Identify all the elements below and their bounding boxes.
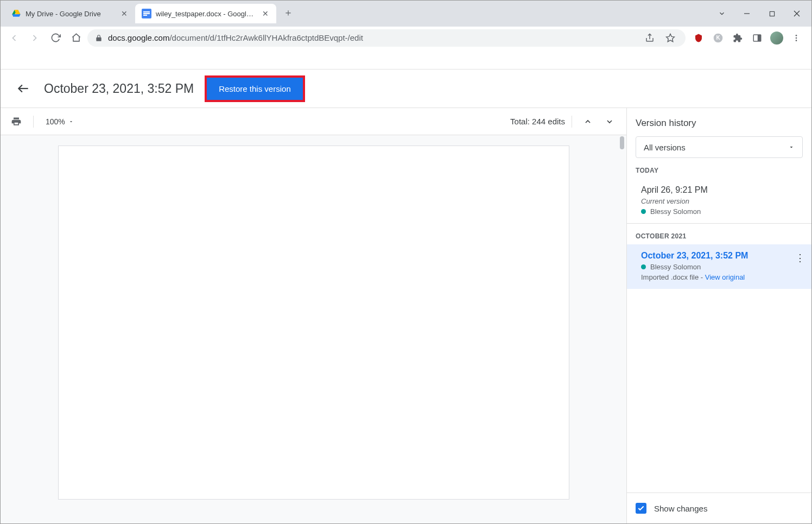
next-edit-button[interactable] <box>600 112 619 131</box>
address-bar-row: docs.google.com/document/d/1tfHc2rAwk6ll… <box>1 27 811 49</box>
document-page <box>59 146 569 499</box>
tab-title: wiley_testpaper.docx - Google D <box>156 10 257 18</box>
url-text: docs.google.com/document/d/1tfHc2rAwk6ll… <box>108 33 637 42</box>
zoom-dropdown[interactable]: 100% <box>42 115 77 128</box>
more-options-icon[interactable]: ⋮ <box>795 252 805 264</box>
main-split: 100% Total: 244 edits Version history Al… <box>1 108 811 523</box>
panel-footer: Show changes <box>627 493 811 523</box>
svg-point-20 <box>796 40 797 41</box>
chevron-down-icon <box>68 119 74 124</box>
close-icon[interactable]: ✕ <box>261 9 270 18</box>
svg-marker-23 <box>790 147 793 148</box>
maximize-button[interactable] <box>759 5 784 22</box>
restore-version-button[interactable]: Restore this version <box>207 78 303 100</box>
version-item-current[interactable]: April 26, 9:21 PM Current version Blessy… <box>627 179 811 223</box>
docs-icon <box>142 9 151 18</box>
new-tab-button[interactable]: ＋ <box>281 5 296 20</box>
prev-edit-button[interactable] <box>579 112 597 131</box>
profile-avatar[interactable] <box>769 30 784 46</box>
close-window-button[interactable] <box>784 5 809 22</box>
bookmark-icon[interactable] <box>663 30 678 46</box>
print-icon[interactable] <box>8 113 24 130</box>
chevron-down-icon[interactable] <box>709 5 734 22</box>
user-color-dot <box>641 264 646 269</box>
drive-icon <box>11 9 21 18</box>
show-changes-checkbox[interactable] <box>636 503 646 514</box>
tab-drive[interactable]: My Drive - Google Drive ✕ <box>5 4 135 23</box>
tabs-container: My Drive - Google Drive ✕ wiley_testpape… <box>1 1 296 27</box>
share-icon[interactable] <box>642 30 657 46</box>
reload-button[interactable] <box>46 29 65 47</box>
browser-menu-icon[interactable] <box>789 30 804 46</box>
version-subtitle: Current version <box>641 197 803 205</box>
view-original-link[interactable]: View original <box>705 273 745 281</box>
version-user: Blessy Solomon <box>641 263 803 271</box>
svg-rect-17 <box>758 35 761 41</box>
document-pane: 100% Total: 244 edits <box>1 108 627 523</box>
panel-header: Version history All versions <box>627 108 811 158</box>
home-button[interactable] <box>67 29 85 47</box>
user-name: Blessy Solomon <box>650 207 701 216</box>
svg-point-19 <box>796 37 797 39</box>
section-today: TODAY <box>627 158 811 179</box>
show-changes-label: Show changes <box>654 504 707 513</box>
version-user: Blessy Solomon <box>641 207 803 216</box>
user-name: Blessy Solomon <box>650 263 701 271</box>
back-button[interactable] <box>5 29 23 47</box>
forward-button[interactable] <box>26 29 44 47</box>
document-scroll-area[interactable] <box>1 135 626 523</box>
version-note: Imported .docx file - View original <box>641 273 803 281</box>
dropdown-label: All versions <box>644 143 686 152</box>
toolbar-right: Total: 244 edits <box>510 112 619 131</box>
version-header-bar: October 23, 2021, 3:52 PM Restore this v… <box>1 69 811 108</box>
panel-title: Version history <box>636 118 803 129</box>
extension-icons: K <box>688 30 807 46</box>
tab-docs[interactable]: wiley_testpaper.docx - Google D ✕ <box>135 4 276 23</box>
document-toolbar: 100% Total: 244 edits <box>1 108 626 135</box>
user-color-dot <box>641 209 646 214</box>
window-controls <box>709 1 811 27</box>
side-panel-icon[interactable] <box>750 30 765 46</box>
version-time: April 26, 9:21 PM <box>641 185 803 195</box>
extensions-icon[interactable] <box>730 30 745 46</box>
extension-k-icon[interactable]: K <box>710 30 726 46</box>
svg-marker-12 <box>667 34 675 41</box>
version-filter-dropdown[interactable]: All versions <box>636 136 803 158</box>
browser-tab-strip: My Drive - Google Drive ✕ wiley_testpape… <box>1 1 811 27</box>
section-october: OCTOBER 2021 <box>627 223 811 244</box>
version-time: October 23, 2021, 3:52 PM <box>641 251 803 261</box>
back-arrow-button[interactable] <box>14 79 33 98</box>
separator <box>572 116 572 128</box>
close-icon[interactable]: ✕ <box>120 9 129 18</box>
separator <box>33 116 34 128</box>
mcafee-icon[interactable] <box>691 30 706 46</box>
spacer <box>1 49 811 69</box>
minimize-button[interactable] <box>734 5 759 22</box>
zoom-value: 100% <box>46 117 65 126</box>
version-item-selected[interactable]: ⋮ October 23, 2021, 3:52 PM Blessy Solom… <box>627 244 811 289</box>
scrollbar-thumb[interactable] <box>620 136 624 149</box>
svg-marker-22 <box>70 121 72 122</box>
version-title: October 23, 2021, 3:52 PM <box>44 81 194 96</box>
svg-rect-8 <box>770 11 774 16</box>
version-history-panel: Version history All versions TODAY April… <box>627 108 811 523</box>
lock-icon <box>95 34 103 42</box>
chevron-down-icon <box>788 144 795 150</box>
svg-text:K: K <box>716 35 720 41</box>
svg-point-18 <box>796 35 797 36</box>
total-edits-label: Total: 244 edits <box>510 117 565 126</box>
omnibox[interactable]: docs.google.com/document/d/1tfHc2rAwk6ll… <box>87 29 686 47</box>
tab-title: My Drive - Google Drive <box>26 10 116 18</box>
restore-highlight: Restore this version <box>205 75 305 102</box>
